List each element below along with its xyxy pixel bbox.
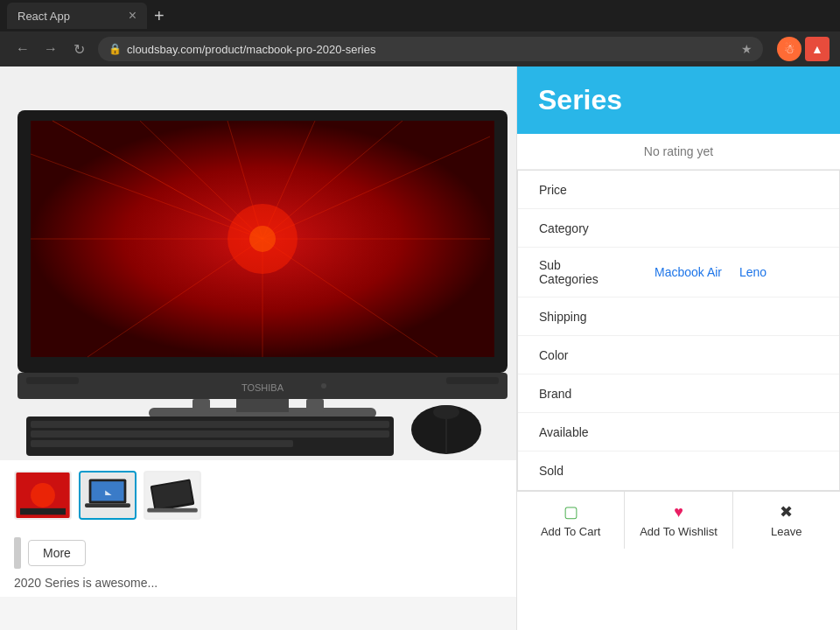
sub-categories-value: Macbook Air Leno bbox=[640, 255, 839, 290]
address-bar: ← → ↻ 🔒 cloudsbay.com/product/macbook-pr… bbox=[0, 32, 840, 66]
add-to-wishlist-label: Add To Wishlist bbox=[640, 525, 718, 538]
product-image-svg: TOSHIBA bbox=[0, 66, 516, 460]
svg-rect-24 bbox=[306, 399, 324, 412]
svg-rect-34 bbox=[20, 508, 66, 514]
bookmark-icon: ★ bbox=[741, 42, 752, 56]
leave-label: Leave bbox=[771, 525, 802, 538]
svg-rect-27 bbox=[31, 430, 389, 438]
url-bar[interactable]: 🔒 cloudsbay.com/product/macbook-pro-2020… bbox=[98, 37, 763, 61]
browser-extensions: ☃ ▲ bbox=[777, 37, 830, 61]
svg-point-22 bbox=[321, 383, 326, 388]
lock-icon: 🔒 bbox=[108, 43, 122, 55]
bottom-section: More 2020 Series is awesome... bbox=[0, 530, 516, 597]
heart-icon: ♥ bbox=[674, 503, 683, 522]
svg-rect-20 bbox=[26, 377, 79, 384]
brand-label: Brand bbox=[518, 376, 640, 411]
left-panel: TOSHIBA bbox=[0, 66, 516, 630]
color-label: Color bbox=[518, 338, 640, 373]
rating-row: No rating yet bbox=[517, 134, 840, 170]
thumbnail-2[interactable] bbox=[79, 471, 136, 520]
svg-point-31 bbox=[433, 405, 459, 419]
shipping-value bbox=[640, 306, 839, 327]
available-row: Available bbox=[518, 413, 839, 452]
category-value bbox=[640, 218, 839, 239]
sub-categories-row: Sub Categories Macbook Air Leno bbox=[518, 248, 839, 298]
sub-category-link-2[interactable]: Leno bbox=[739, 265, 766, 279]
main-product-image: TOSHIBA bbox=[0, 66, 516, 460]
color-row: Color bbox=[518, 336, 839, 374]
review-text: 2020 Series is awesome... bbox=[14, 576, 502, 590]
brand-value bbox=[640, 383, 839, 404]
thumbnail-strip bbox=[0, 460, 516, 530]
leave-icon: ✖ bbox=[780, 502, 793, 522]
nav-buttons: ← → ↻ bbox=[10, 37, 91, 61]
tab-close-button[interactable]: × bbox=[129, 9, 136, 23]
sold-row: Sold bbox=[518, 452, 839, 490]
svg-rect-43 bbox=[147, 508, 198, 513]
new-tab-button[interactable]: + bbox=[154, 6, 164, 26]
browser-chrome: React App × + ← → ↻ 🔒 cloudsbay.com/prod… bbox=[0, 0, 840, 66]
product-details-table: Price Category Sub Categories Macbook Ai… bbox=[517, 170, 840, 491]
other-extension[interactable]: ▲ bbox=[805, 37, 830, 61]
cart-icon: ▢ bbox=[564, 502, 578, 522]
svg-point-33 bbox=[31, 483, 55, 508]
forward-button[interactable]: → bbox=[38, 37, 63, 61]
color-value bbox=[640, 345, 839, 366]
sold-value bbox=[640, 460, 839, 481]
rating-text: No rating yet bbox=[644, 144, 713, 158]
svg-rect-28 bbox=[31, 440, 293, 447]
svg-point-17 bbox=[249, 226, 276, 252]
available-value bbox=[640, 422, 839, 443]
category-label: Category bbox=[518, 211, 640, 246]
svg-rect-21 bbox=[446, 377, 499, 384]
add-to-cart-button[interactable]: ▢ Add To Cart bbox=[517, 492, 625, 549]
add-to-wishlist-button[interactable]: ♥ Add To Wishlist bbox=[625, 492, 732, 549]
price-row: Price bbox=[518, 171, 839, 209]
right-panel: Series No rating yet Price Category Sub … bbox=[516, 66, 840, 630]
tab-bar: React App × + bbox=[0, 0, 840, 32]
add-to-cart-label: Add To Cart bbox=[541, 525, 600, 538]
leave-button[interactable]: ✖ Leave bbox=[733, 492, 840, 549]
refresh-button[interactable]: ↻ bbox=[66, 37, 91, 61]
sub-categories-label: Sub Categories bbox=[518, 248, 640, 297]
page-layout: TOSHIBA bbox=[0, 66, 840, 630]
brand-row: Brand bbox=[518, 374, 839, 413]
svg-rect-26 bbox=[31, 421, 389, 428]
back-button[interactable]: ← bbox=[10, 37, 35, 61]
price-value bbox=[640, 179, 839, 200]
product-title: Series bbox=[538, 84, 819, 116]
sold-label: Sold bbox=[518, 453, 640, 488]
sub-category-link-1[interactable]: Macbook Air bbox=[654, 265, 722, 279]
tab-title: React App bbox=[18, 10, 122, 23]
url-text: cloudsbay.com/product/macbook-pro-2020-s… bbox=[127, 43, 736, 56]
action-bar: ▢ Add To Cart ♥ Add To Wishlist ✖ Leave bbox=[517, 491, 840, 549]
browser-tab[interactable]: React App × bbox=[7, 3, 147, 29]
thumbnail-1[interactable] bbox=[14, 471, 72, 520]
more-button[interactable]: More bbox=[28, 540, 86, 566]
available-label: Available bbox=[518, 415, 640, 450]
shipping-label: Shipping bbox=[518, 299, 640, 334]
thumbnail-3[interactable] bbox=[144, 471, 201, 520]
svg-rect-23 bbox=[192, 399, 210, 412]
brave-extension[interactable]: ☃ bbox=[777, 37, 802, 61]
category-row: Category bbox=[518, 209, 839, 248]
product-title-banner: Series bbox=[517, 66, 840, 134]
svg-rect-37 bbox=[91, 481, 123, 500]
price-label: Price bbox=[518, 172, 640, 207]
shipping-row: Shipping bbox=[518, 298, 839, 336]
svg-rect-38 bbox=[85, 503, 130, 508]
svg-text:TOSHIBA: TOSHIBA bbox=[242, 382, 284, 393]
